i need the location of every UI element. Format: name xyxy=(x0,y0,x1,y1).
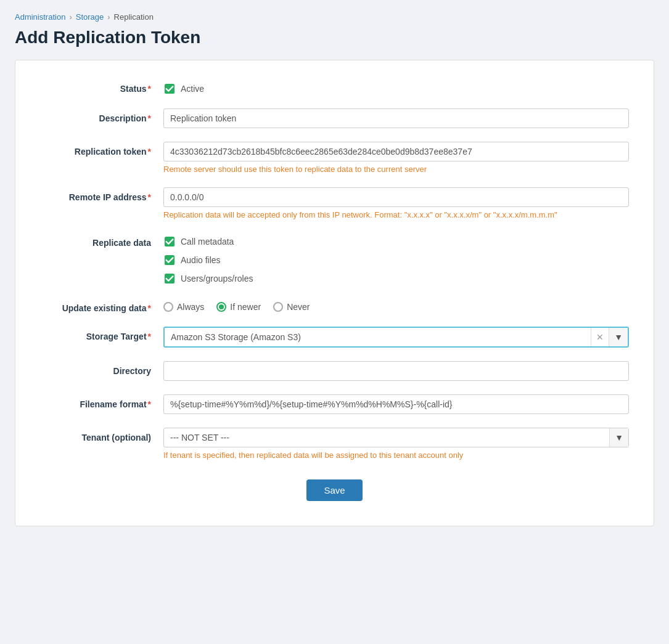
storage-target-select[interactable]: Amazon S3 Storage (Amazon S3) ✕ ▼ xyxy=(163,327,629,348)
remote-ip-label: Remote IP address* xyxy=(40,187,163,202)
tenant-label: Tenant (optional) xyxy=(40,428,163,442)
radio-if-newer[interactable]: If newer xyxy=(216,302,261,312)
remote-ip-row: Remote IP address* Replication data will… xyxy=(40,187,629,219)
status-row: Status* Active xyxy=(40,79,629,95)
filename-format-input[interactable] xyxy=(163,394,629,414)
breadcrumb-sep-2: › xyxy=(107,12,110,22)
replicate-users-row: Users/groups/roles xyxy=(163,272,629,285)
radio-never-label: Never xyxy=(287,302,310,312)
storage-target-required: * xyxy=(148,332,151,341)
replication-token-input[interactable] xyxy=(163,142,629,161)
tenant-select[interactable]: --- NOT SET --- ▼ xyxy=(163,428,629,447)
update-existing-radio-group: Always If newer Never xyxy=(163,298,629,312)
status-check-icon xyxy=(163,83,176,95)
replication-token-row: Replication token* Remote server should … xyxy=(40,142,629,174)
update-existing-label: Update existing data* xyxy=(40,298,163,313)
filename-format-label: Filename format* xyxy=(40,394,163,409)
breadcrumb-replication: Replication xyxy=(114,12,154,22)
description-label: Description* xyxy=(40,108,163,123)
storage-target-clear-icon[interactable]: ✕ xyxy=(591,328,609,346)
remote-ip-hint: Replication data will be accepted only f… xyxy=(163,210,629,219)
update-existing-row: Update existing data* Always If newer xyxy=(40,298,629,313)
radio-if-newer-dot xyxy=(219,304,224,309)
directory-row: Directory xyxy=(40,361,629,381)
replication-token-hint: Remote server should use this token to r… xyxy=(163,165,629,174)
breadcrumb-administration[interactable]: Administration xyxy=(15,12,65,22)
radio-never-circle xyxy=(273,302,283,312)
users-groups-check-icon xyxy=(163,272,176,285)
replication-token-field: Remote server should use this token to r… xyxy=(163,142,629,174)
replicate-call-metadata-row: Call metadata xyxy=(163,235,629,248)
tenant-select-value: --- NOT SET --- xyxy=(164,428,609,447)
description-required: * xyxy=(148,113,151,123)
storage-target-label: Storage Target* xyxy=(40,327,163,341)
tenant-row: Tenant (optional) --- NOT SET --- ▼ If t… xyxy=(40,428,629,460)
storage-target-field: Amazon S3 Storage (Amazon S3) ✕ ▼ xyxy=(163,327,629,348)
filename-format-row: Filename format* xyxy=(40,394,629,414)
update-existing-required: * xyxy=(148,303,151,313)
status-label: Status* xyxy=(40,79,163,94)
directory-label: Directory xyxy=(40,361,163,376)
tenant-field: --- NOT SET --- ▼ If tenant is specified… xyxy=(163,428,629,460)
save-button[interactable]: Save xyxy=(306,479,362,501)
storage-target-row: Storage Target* Amazon S3 Storage (Amazo… xyxy=(40,327,629,348)
description-input[interactable] xyxy=(163,108,629,128)
radio-always-label: Always xyxy=(177,302,204,312)
radio-always[interactable]: Always xyxy=(163,302,204,312)
call-metadata-label: Call metadata xyxy=(181,237,234,247)
status-field: Active xyxy=(163,79,629,95)
breadcrumb-storage[interactable]: Storage xyxy=(76,12,104,22)
status-value: Active xyxy=(181,84,204,94)
update-existing-field: Always If newer Never xyxy=(163,298,629,312)
call-metadata-check-icon xyxy=(163,235,176,248)
filename-format-required: * xyxy=(148,399,151,409)
remote-ip-input[interactable] xyxy=(163,187,629,207)
replicate-data-field: Call metadata Audio files xyxy=(163,233,629,285)
users-groups-label: Users/groups/roles xyxy=(181,274,253,283)
page-title: Add Replication Token xyxy=(15,28,654,47)
radio-if-newer-circle xyxy=(216,302,226,312)
audio-files-label: Audio files xyxy=(181,255,221,265)
breadcrumb: Administration › Storage › Replication xyxy=(15,12,654,22)
remote-ip-required: * xyxy=(148,192,151,202)
directory-field xyxy=(163,361,629,381)
radio-always-circle xyxy=(163,302,173,312)
storage-target-value: Amazon S3 Storage (Amazon S3) xyxy=(165,328,591,346)
remote-ip-field: Replication data will be accepted only f… xyxy=(163,187,629,219)
radio-never[interactable]: Never xyxy=(273,302,310,312)
tenant-hint: If tenant is specified, then replicated … xyxy=(163,450,629,460)
radio-if-newer-label: If newer xyxy=(230,302,261,312)
form-card: Status* Active Description* xyxy=(15,60,654,526)
replication-token-required: * xyxy=(148,147,151,157)
replicate-data-label: Replicate data xyxy=(40,233,163,248)
filename-format-field xyxy=(163,394,629,414)
status-required: * xyxy=(148,84,151,94)
breadcrumb-sep-1: › xyxy=(69,12,72,22)
save-btn-row: Save xyxy=(40,473,629,501)
description-field xyxy=(163,108,629,128)
directory-input[interactable] xyxy=(163,361,629,381)
audio-files-check-icon xyxy=(163,254,176,266)
storage-target-arrow-icon[interactable]: ▼ xyxy=(609,328,628,346)
replication-token-label: Replication token* xyxy=(40,142,163,157)
replicate-data-row: Replicate data Call metadata xyxy=(40,233,629,285)
tenant-select-arrow-icon[interactable]: ▼ xyxy=(609,428,628,447)
replicate-audio-files-row: Audio files xyxy=(163,254,629,266)
description-row: Description* xyxy=(40,108,629,128)
